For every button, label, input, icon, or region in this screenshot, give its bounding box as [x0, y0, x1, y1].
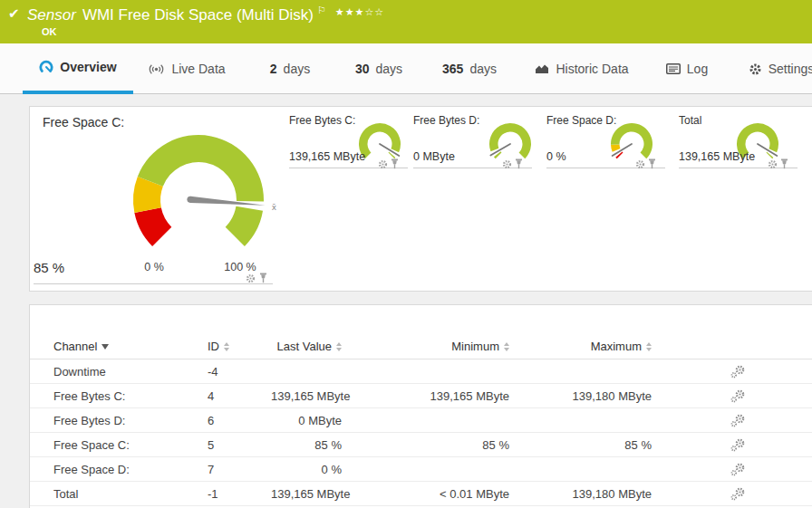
- sort-descending-icon: [102, 344, 109, 350]
- edit-channel-gears-icon[interactable]: [724, 414, 751, 427]
- channel-id: 7: [208, 463, 271, 476]
- tab-2-days[interactable]: 2days: [252, 43, 328, 94]
- gear-icon: [749, 62, 762, 76]
- column-header-last-value[interactable]: Last Value: [271, 340, 345, 353]
- edit-channel-gears-icon[interactable]: [724, 365, 751, 379]
- gauge-tile: Free Space D: 0 %: [546, 114, 666, 179]
- table-row: Free Space C: 5 85 % 85 % 85 %: [30, 433, 812, 457]
- tab-365-days[interactable]: 365days: [424, 43, 515, 94]
- tab-bar: Overview Live Data 2days 30days 365days …: [0, 43, 812, 94]
- channel-settings-gear-icon[interactable]: [635, 157, 645, 173]
- svg-text:x̄: x̄: [272, 203, 276, 212]
- gauge-scale-min: 0 %: [136, 261, 172, 273]
- priority-stars[interactable]: ★★★☆☆: [335, 6, 384, 17]
- page-title: WMI Free Disk Space (Multi Disk): [82, 6, 314, 24]
- channel-last-value: 139,165 MByte: [271, 389, 345, 403]
- divider: [34, 283, 273, 284]
- channel-maximum: 139,180 MByte: [513, 487, 655, 501]
- column-header-channel[interactable]: Channel: [53, 340, 208, 353]
- table-row: Free Space D: 7 0 %: [30, 457, 812, 482]
- channel-id: 4: [208, 389, 271, 403]
- channel-minimum: < 0.01 MByte: [345, 487, 513, 501]
- tile-value: 139,165 MByte: [289, 150, 365, 163]
- log-list-icon: [666, 63, 681, 74]
- pin-gauge-icon[interactable]: [780, 157, 788, 173]
- channel-name: Downtime: [53, 365, 208, 379]
- channel-id: 5: [208, 438, 271, 452]
- column-header-maximum[interactable]: Maximum: [513, 340, 655, 353]
- column-header-id[interactable]: ID: [208, 340, 271, 353]
- channel-maximum: 85 %: [513, 438, 655, 452]
- gauges-panel: Free Space C: x̄ 0 % 100 % 85 % Free Byt…: [29, 106, 812, 292]
- pin-gauge-icon[interactable]: [259, 271, 267, 287]
- table-row: Total -1 139,165 MByte < 0.01 MByte 139,…: [30, 482, 812, 506]
- flag-icon: ⚐: [317, 5, 326, 15]
- table-header-row: Channel ID Last Value Minimum Maximum: [30, 334, 812, 359]
- tile-label: Free Bytes D:: [413, 114, 479, 127]
- stars-filled[interactable]: ★★★: [335, 6, 365, 17]
- tab-30-days[interactable]: 30days: [337, 43, 420, 94]
- edit-channel-gears-icon[interactable]: [724, 389, 751, 403]
- column-header-minimum[interactable]: Minimum: [345, 340, 513, 353]
- channel-last-value: 139,165 MByte: [271, 487, 345, 501]
- channel-name: Total: [53, 487, 208, 501]
- main-gauge-label: Free Space C:: [43, 115, 124, 129]
- channel-settings-gear-icon[interactable]: [502, 157, 512, 173]
- channel-last-value: 0 %: [271, 463, 345, 476]
- edit-channel-gears-icon[interactable]: [724, 438, 751, 452]
- edit-channel-gears-icon[interactable]: [724, 463, 751, 476]
- main-gauge-value: 85 %: [34, 260, 64, 275]
- area-chart-icon: [535, 63, 549, 74]
- channel-id: 6: [208, 414, 271, 427]
- channel-settings-gear-icon[interactable]: [768, 157, 778, 173]
- gauge-tile: Free Bytes D: 0 MByte: [413, 114, 533, 179]
- channel-name: Free Bytes D:: [53, 414, 208, 427]
- table-row: Free Bytes C: 4 139,165 MByte 139,165 MB…: [30, 384, 812, 408]
- channel-name: Free Space D:: [53, 463, 208, 476]
- table-body: Downtime -4 Free Bytes C: 4 139,165 MByt…: [30, 359, 812, 506]
- sort-icon: [646, 342, 652, 351]
- channel-maximum: 139,180 MByte: [513, 389, 655, 403]
- main-gauge: x̄: [122, 129, 276, 249]
- gauge-tile: Free Bytes C: 139,165 MByte: [289, 114, 409, 179]
- channel-settings-gear-icon[interactable]: [246, 271, 256, 287]
- channel-name: Free Space C:: [53, 438, 208, 452]
- channel-last-value: 0 MByte: [271, 414, 345, 427]
- status-ok-check-icon: ✔: [8, 5, 20, 22]
- sensor-kind: Sensor: [27, 6, 76, 24]
- tab-historic-data[interactable]: Historic Data: [524, 43, 640, 94]
- channel-last-value: 85 %: [271, 438, 345, 452]
- tile-label: Free Bytes C:: [289, 114, 355, 127]
- channel-id: -4: [208, 365, 271, 379]
- tile-value: 0 %: [546, 150, 566, 163]
- stars-empty[interactable]: ☆☆: [364, 6, 384, 17]
- pin-gauge-icon[interactable]: [391, 157, 399, 173]
- tab-settings[interactable]: Settings: [740, 43, 812, 94]
- live-broadcast-icon: [148, 63, 165, 75]
- tile-label: Total: [679, 114, 701, 127]
- status-badge: OK: [42, 26, 57, 37]
- sensor-header: ✔ SensorWMI Free Disk Space (Multi Disk)…: [0, 0, 812, 43]
- sort-icon: [224, 342, 229, 351]
- tile-value: 0 MByte: [413, 150, 455, 163]
- tab-live-data[interactable]: Live Data: [136, 43, 237, 94]
- table-row: Downtime -4: [30, 359, 812, 384]
- sort-icon: [504, 342, 509, 351]
- channel-name: Free Bytes C:: [53, 389, 208, 403]
- channel-settings-gear-icon[interactable]: [378, 157, 388, 173]
- table-row: Free Bytes D: 6 0 MByte: [30, 408, 812, 433]
- tab-overview[interactable]: Overview: [23, 43, 133, 94]
- channel-table-panel: Channel ID Last Value Minimum Maximum Do…: [29, 304, 812, 508]
- edit-channel-gears-icon[interactable]: [724, 487, 751, 501]
- sort-icon: [336, 342, 342, 351]
- channel-minimum: 139,165 MByte: [345, 389, 513, 403]
- channel-minimum: 85 %: [345, 438, 513, 452]
- channel-id: -1: [208, 487, 271, 501]
- gauge-tile: Total 139,165 MByte: [679, 114, 798, 179]
- tab-log[interactable]: Log: [654, 43, 720, 94]
- tile-value: 139,165 MByte: [679, 150, 755, 163]
- pin-gauge-icon[interactable]: [648, 157, 656, 173]
- pin-gauge-icon[interactable]: [515, 157, 523, 173]
- sensor-title-line: SensorWMI Free Disk Space (Multi Disk)⚐★…: [27, 5, 384, 24]
- gauge-icon: [39, 60, 53, 74]
